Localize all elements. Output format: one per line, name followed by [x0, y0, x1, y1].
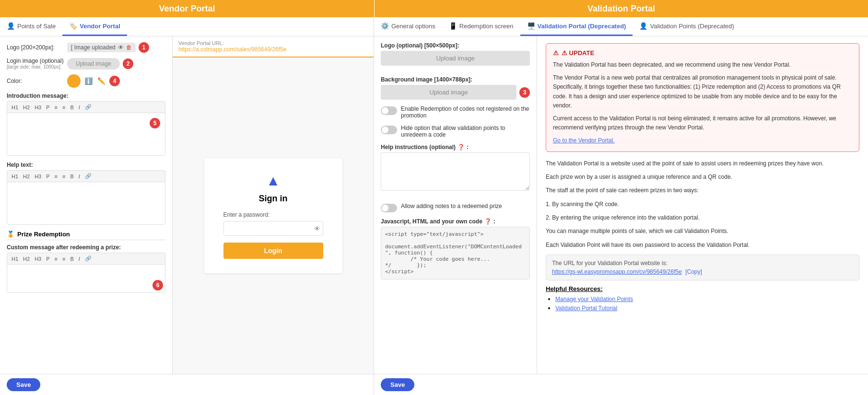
tab-vendor-portal[interactable]: 🏷️ Vendor Portal	[62, 17, 127, 36]
toolbar-p[interactable]: P	[45, 104, 51, 111]
custom-toolbar-italic[interactable]: I	[77, 256, 82, 262]
warning-icon: ⚠	[553, 49, 559, 57]
content-area: Logo [200×200px]: [ Image uploaded 👁 🗑 1…	[0, 36, 868, 395]
help-toolbar-italic[interactable]: I	[77, 173, 82, 180]
help-toolbar-list2[interactable]: ≡	[61, 173, 67, 180]
left-preview: Vendor Portal URL: https://a.cstmapp.com…	[173, 36, 374, 374]
login-button[interactable]: Login	[223, 243, 323, 259]
login-image-label: Login image (optional) [large side: max.…	[7, 58, 64, 70]
preview-url-bar: Vendor Portal URL: https://a.cstmapp.com…	[173, 36, 374, 58]
upload-logo-button[interactable]: Upload image	[381, 51, 530, 66]
vendor-icon: 🏷️	[69, 22, 77, 30]
help-instructions-group: Help instructions (optional) ❓ :	[381, 144, 530, 197]
monitor-icon: 🖥️	[527, 22, 535, 30]
right-info: ⚠ ⚠ UPDATE The Validation Portal has bee…	[537, 36, 868, 374]
custom-toolbar-h1[interactable]: H1	[10, 256, 20, 262]
js-html-label: Javascript, HTML and your own code ❓ :	[381, 218, 530, 225]
code-editor[interactable]: <script type="text/javascript"> document…	[381, 227, 530, 279]
tab-validation-label: Validation Portal (Deprecated)	[538, 23, 626, 30]
custom-message-editor[interactable]: 6	[7, 264, 165, 293]
hide-toggle[interactable]	[381, 126, 397, 134]
custom-toolbar-bold[interactable]: B	[69, 256, 75, 262]
right-save-button[interactable]: Save	[381, 378, 414, 391]
toolbar-h1[interactable]: H1	[10, 104, 20, 111]
eye-icon[interactable]: 👁	[118, 44, 124, 51]
info-text-3a: 1. By scanning the QR code.	[546, 199, 859, 209]
update-box: ⚠ ⚠ UPDATE The Validation Portal has bee…	[546, 43, 859, 152]
left-save-button[interactable]: Save	[7, 378, 40, 391]
logo-uploaded-text: [ Image uploaded	[71, 44, 116, 51]
js-info-icon[interactable]: ❓	[484, 218, 492, 225]
color-row: Color: ℹ️ ✏️ 4	[7, 74, 165, 88]
tab-validation-portal[interactable]: 🖥️ Validation Portal (Deprecated)	[520, 17, 633, 36]
custom-toolbar-list2[interactable]: ≡	[61, 256, 67, 262]
custom-toolbar-p[interactable]: P	[45, 256, 51, 262]
tab-validation-points[interactable]: 👤 Validation Points (Deprecated)	[633, 17, 740, 36]
gear-icon: ⚙️	[381, 22, 389, 30]
help-info-icon[interactable]: ❓	[457, 144, 465, 151]
help-toolbar: H1 H2 H3 P ≡ ≡ B I 🔗	[7, 170, 165, 182]
custom-toolbar-h2[interactable]: H2	[22, 256, 31, 262]
help-toolbar-link[interactable]: 🔗	[83, 173, 93, 180]
toolbar-link[interactable]: 🔗	[83, 104, 93, 111]
tabs-row: 👤 Points of Sale 🏷️ Vendor Portal ⚙️ Gen…	[0, 17, 868, 36]
resource-tutorial-link[interactable]: Validation Portal Tutorial	[555, 305, 617, 312]
toolbar-h3[interactable]: H3	[33, 104, 43, 111]
intro-message-editor[interactable]: 5	[7, 113, 165, 156]
toolbar-h2[interactable]: H2	[22, 104, 31, 111]
go-to-vendor-portal-link[interactable]: Go to the Vendor Portal.	[553, 137, 615, 144]
resource-list: Manage your Validation Points Validation…	[546, 295, 859, 312]
trash-icon[interactable]: 🗑	[126, 44, 132, 51]
tab-points-of-sale[interactable]: 👤 Points of Sale	[0, 17, 62, 36]
toolbar-list1[interactable]: ≡	[53, 104, 59, 111]
left-form: Logo [200×200px]: [ Image uploaded 👁 🗑 1…	[0, 36, 173, 374]
badge-6: 6	[152, 280, 163, 290]
help-toolbar-h1[interactable]: H1	[10, 173, 20, 180]
eye-toggle-icon[interactable]: 👁	[314, 225, 320, 232]
upload-login-image-button[interactable]: Upload image	[67, 58, 120, 70]
edit-icon[interactable]: ✏️	[96, 76, 106, 86]
tab-general-label: General options	[391, 23, 435, 30]
update-title: ⚠ ⚠ UPDATE	[553, 49, 852, 57]
password-input[interactable]	[223, 221, 323, 236]
help-instructions-label: Help instructions (optional) ❓ :	[381, 144, 530, 151]
custom-toolbar-link[interactable]: 🔗	[83, 255, 93, 262]
help-toolbar-p[interactable]: P	[45, 173, 51, 180]
right-panel-inner: Logo (optional) [500×500px]: Upload imag…	[374, 36, 868, 374]
custom-toolbar: H1 H2 H3 P ≡ ≡ B I 🔗	[7, 253, 165, 264]
tab-general-options[interactable]: ⚙️ General options	[374, 17, 442, 36]
tab-vendor-label: Vendor Portal	[80, 23, 120, 30]
pos-icon: 👤	[7, 22, 15, 30]
toolbar-list2[interactable]: ≡	[61, 104, 67, 111]
vendor-portal-title: Vendor Portal	[159, 4, 215, 14]
toolbar-italic[interactable]: I	[77, 104, 82, 111]
custom-toolbar-list1[interactable]: ≡	[53, 256, 59, 262]
help-toolbar-h2[interactable]: H2	[22, 173, 31, 180]
tab-redemption-screen[interactable]: 📱 Redemption screen	[442, 17, 520, 36]
right-tabs: ⚙️ General options 📱 Redemption screen 🖥…	[374, 17, 868, 36]
allow-notes-toggle[interactable]	[381, 204, 397, 212]
toolbar-bold[interactable]: B	[69, 104, 75, 111]
help-toolbar-h3[interactable]: H3	[33, 173, 43, 180]
intro-message-label: Introduction message:	[7, 93, 165, 99]
help-toolbar-list1[interactable]: ≡	[53, 173, 59, 180]
tab-redemption-label: Redemption screen	[459, 23, 514, 30]
badge-4: 4	[109, 76, 120, 86]
bg-image-label: Background image [1400×788px]:	[381, 76, 530, 83]
help-toolbar-bold[interactable]: B	[69, 173, 75, 180]
color-swatch[interactable]	[67, 74, 81, 88]
upload-bg-button[interactable]: Upload image	[381, 85, 516, 100]
prize-icon: 🏅	[7, 231, 14, 238]
help-instructions-textarea[interactable]	[381, 152, 530, 191]
resource-manage-points-link[interactable]: Manage your Validation Points	[555, 296, 633, 302]
left-panel: Logo [200×200px]: [ Image uploaded 👁 🗑 1…	[0, 36, 374, 395]
custom-toolbar-h3[interactable]: H3	[33, 256, 43, 262]
help-text-editor[interactable]	[7, 182, 165, 225]
help-text-label: Help text:	[7, 162, 165, 168]
info-icon[interactable]: ℹ️	[83, 76, 94, 86]
validation-url-link[interactable]: https://gs-wl.easypromosapp.com/cv/98564…	[552, 268, 682, 275]
custom-message-label: Custom message after redeeming a prize:	[7, 244, 165, 251]
info-text-5: Each Validation Point will have its own …	[546, 240, 859, 250]
enable-toggle[interactable]	[381, 106, 397, 115]
copy-link[interactable]: [Copy]	[685, 268, 702, 275]
